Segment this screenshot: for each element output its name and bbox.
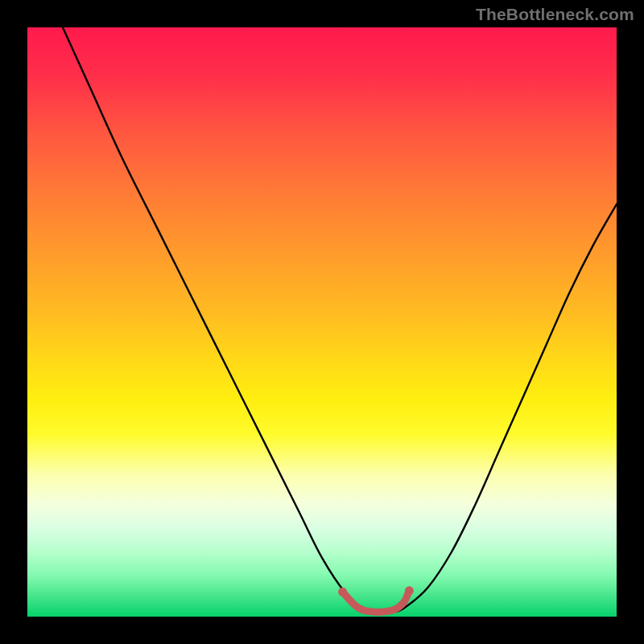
- chart-frame: TheBottleneck.com: [0, 0, 644, 644]
- watermark-text: TheBottleneck.com: [476, 5, 634, 24]
- bottleneck-curve-path: [63, 27, 617, 613]
- plot-area: [27, 27, 617, 617]
- optimal-zone-end-dot: [405, 586, 414, 595]
- chart-svg: [27, 27, 617, 617]
- optimal-zone-start-dot: [338, 588, 347, 597]
- optimal-zone-path: [343, 591, 410, 612]
